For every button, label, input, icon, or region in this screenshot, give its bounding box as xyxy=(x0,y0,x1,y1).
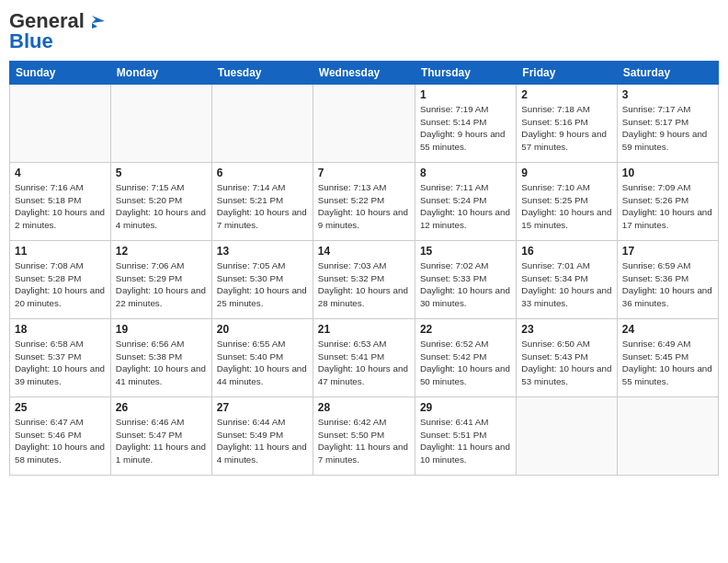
day-cell: 19Sunrise: 6:56 AMSunset: 5:38 PMDayligh… xyxy=(110,319,211,397)
calendar-table: SundayMondayTuesdayWednesdayThursdayFrid… xyxy=(9,61,719,476)
day-cell: 8Sunrise: 7:11 AMSunset: 5:24 PMDaylight… xyxy=(415,163,516,241)
day-info: Sunrise: 7:01 AMSunset: 5:34 PMDaylight:… xyxy=(521,259,611,310)
column-header-monday: Monday xyxy=(110,62,211,85)
day-info: Sunrise: 7:03 AMSunset: 5:32 PMDaylight:… xyxy=(318,259,410,310)
day-number: 1 xyxy=(420,88,511,101)
logo: General Blue xyxy=(9,9,105,53)
day-info: Sunrise: 7:13 AMSunset: 5:22 PMDaylight:… xyxy=(318,181,410,232)
day-number: 4 xyxy=(15,167,106,179)
day-cell xyxy=(313,85,415,163)
day-number: 3 xyxy=(622,88,713,101)
logo-bird-icon xyxy=(85,14,105,30)
day-info: Sunrise: 7:05 AMSunset: 5:30 PMDaylight:… xyxy=(217,259,308,310)
day-cell xyxy=(617,397,718,476)
day-number: 16 xyxy=(521,245,611,258)
day-cell: 11Sunrise: 7:08 AMSunset: 5:28 PMDayligh… xyxy=(10,241,111,319)
day-number: 26 xyxy=(116,401,207,414)
day-number: 22 xyxy=(420,323,511,336)
day-cell: 25Sunrise: 6:47 AMSunset: 5:46 PMDayligh… xyxy=(10,397,111,476)
day-info: Sunrise: 6:53 AMSunset: 5:41 PMDaylight:… xyxy=(318,338,410,388)
day-cell: 1Sunrise: 7:19 AMSunset: 5:14 PMDaylight… xyxy=(415,85,516,163)
day-info: Sunrise: 7:19 AMSunset: 5:14 PMDaylight:… xyxy=(420,103,511,154)
day-info: Sunrise: 7:10 AMSunset: 5:25 PMDaylight:… xyxy=(521,181,611,232)
day-info: Sunrise: 6:50 AMSunset: 5:43 PMDaylight:… xyxy=(521,338,611,388)
page-header: General Blue xyxy=(9,9,719,53)
svg-marker-0 xyxy=(92,16,105,23)
day-number: 2 xyxy=(521,88,611,101)
day-info: Sunrise: 7:02 AMSunset: 5:33 PMDaylight:… xyxy=(420,259,511,310)
day-number: 17 xyxy=(622,245,713,258)
day-cell: 14Sunrise: 7:03 AMSunset: 5:32 PMDayligh… xyxy=(313,241,415,319)
day-cell: 28Sunrise: 6:42 AMSunset: 5:50 PMDayligh… xyxy=(313,397,415,476)
day-cell: 10Sunrise: 7:09 AMSunset: 5:26 PMDayligh… xyxy=(617,163,718,241)
day-info: Sunrise: 6:46 AMSunset: 5:47 PMDaylight:… xyxy=(116,416,207,466)
day-cell: 24Sunrise: 6:49 AMSunset: 5:45 PMDayligh… xyxy=(617,319,718,397)
column-header-saturday: Saturday xyxy=(617,62,718,85)
day-cell: 2Sunrise: 7:18 AMSunset: 5:16 PMDaylight… xyxy=(517,85,617,163)
day-number: 24 xyxy=(622,323,713,336)
day-cell: 18Sunrise: 6:58 AMSunset: 5:37 PMDayligh… xyxy=(10,319,111,397)
day-number: 20 xyxy=(217,323,308,336)
day-cell: 4Sunrise: 7:16 AMSunset: 5:18 PMDaylight… xyxy=(10,163,111,241)
week-row-5: 25Sunrise: 6:47 AMSunset: 5:46 PMDayligh… xyxy=(10,397,719,476)
day-info: Sunrise: 6:52 AMSunset: 5:42 PMDaylight:… xyxy=(420,338,511,388)
day-number: 25 xyxy=(15,401,106,414)
column-header-tuesday: Tuesday xyxy=(211,62,313,85)
day-cell: 6Sunrise: 7:14 AMSunset: 5:21 PMDaylight… xyxy=(211,163,313,241)
day-cell: 21Sunrise: 6:53 AMSunset: 5:41 PMDayligh… xyxy=(313,319,415,397)
week-row-2: 4Sunrise: 7:16 AMSunset: 5:18 PMDaylight… xyxy=(10,163,719,241)
day-number: 19 xyxy=(116,323,207,336)
day-cell: 12Sunrise: 7:06 AMSunset: 5:29 PMDayligh… xyxy=(110,241,211,319)
day-info: Sunrise: 7:14 AMSunset: 5:21 PMDaylight:… xyxy=(217,181,308,232)
day-info: Sunrise: 6:49 AMSunset: 5:45 PMDaylight:… xyxy=(622,338,713,388)
day-cell: 29Sunrise: 6:41 AMSunset: 5:51 PMDayligh… xyxy=(415,397,516,476)
week-row-4: 18Sunrise: 6:58 AMSunset: 5:37 PMDayligh… xyxy=(10,319,719,397)
day-cell xyxy=(10,85,111,163)
day-info: Sunrise: 7:09 AMSunset: 5:26 PMDaylight:… xyxy=(622,181,713,232)
svg-marker-1 xyxy=(92,23,97,29)
day-info: Sunrise: 7:18 AMSunset: 5:16 PMDaylight:… xyxy=(521,103,611,154)
day-cell xyxy=(517,397,617,476)
day-cell: 13Sunrise: 7:05 AMSunset: 5:30 PMDayligh… xyxy=(211,241,313,319)
day-number: 23 xyxy=(521,323,611,336)
day-number: 5 xyxy=(116,167,207,179)
day-number: 11 xyxy=(15,245,106,258)
day-cell: 27Sunrise: 6:44 AMSunset: 5:49 PMDayligh… xyxy=(211,397,313,476)
day-number: 14 xyxy=(318,245,410,258)
day-cell: 15Sunrise: 7:02 AMSunset: 5:33 PMDayligh… xyxy=(415,241,516,319)
day-number: 28 xyxy=(318,401,410,414)
day-cell: 3Sunrise: 7:17 AMSunset: 5:17 PMDaylight… xyxy=(617,85,718,163)
day-cell: 9Sunrise: 7:10 AMSunset: 5:25 PMDaylight… xyxy=(517,163,617,241)
day-number: 13 xyxy=(217,245,308,258)
day-info: Sunrise: 7:17 AMSunset: 5:17 PMDaylight:… xyxy=(622,103,713,154)
day-info: Sunrise: 7:15 AMSunset: 5:20 PMDaylight:… xyxy=(116,181,207,232)
day-cell: 17Sunrise: 6:59 AMSunset: 5:36 PMDayligh… xyxy=(617,241,718,319)
day-info: Sunrise: 6:44 AMSunset: 5:49 PMDaylight:… xyxy=(217,416,308,466)
header-row: SundayMondayTuesdayWednesdayThursdayFrid… xyxy=(10,62,719,85)
day-number: 6 xyxy=(217,167,308,179)
day-info: Sunrise: 6:56 AMSunset: 5:38 PMDaylight:… xyxy=(116,338,207,388)
column-header-thursday: Thursday xyxy=(415,62,516,85)
week-row-3: 11Sunrise: 7:08 AMSunset: 5:28 PMDayligh… xyxy=(10,241,719,319)
day-number: 12 xyxy=(116,245,207,258)
day-cell: 26Sunrise: 6:46 AMSunset: 5:47 PMDayligh… xyxy=(110,397,211,476)
column-header-wednesday: Wednesday xyxy=(313,62,415,85)
column-header-friday: Friday xyxy=(517,62,617,85)
day-number: 27 xyxy=(217,401,308,414)
day-info: Sunrise: 7:06 AMSunset: 5:29 PMDaylight:… xyxy=(116,259,207,310)
day-cell: 23Sunrise: 6:50 AMSunset: 5:43 PMDayligh… xyxy=(517,319,617,397)
day-number: 10 xyxy=(622,167,713,179)
day-cell: 7Sunrise: 7:13 AMSunset: 5:22 PMDaylight… xyxy=(313,163,415,241)
day-cell: 16Sunrise: 7:01 AMSunset: 5:34 PMDayligh… xyxy=(517,241,617,319)
day-cell: 20Sunrise: 6:55 AMSunset: 5:40 PMDayligh… xyxy=(211,319,313,397)
day-info: Sunrise: 6:47 AMSunset: 5:46 PMDaylight:… xyxy=(15,416,106,466)
day-info: Sunrise: 7:08 AMSunset: 5:28 PMDaylight:… xyxy=(15,259,106,310)
day-number: 29 xyxy=(420,401,511,414)
day-info: Sunrise: 6:59 AMSunset: 5:36 PMDaylight:… xyxy=(622,259,713,310)
day-info: Sunrise: 6:55 AMSunset: 5:40 PMDaylight:… xyxy=(217,338,308,388)
day-info: Sunrise: 7:16 AMSunset: 5:18 PMDaylight:… xyxy=(15,181,106,232)
column-header-sunday: Sunday xyxy=(10,62,111,85)
day-cell: 5Sunrise: 7:15 AMSunset: 5:20 PMDaylight… xyxy=(110,163,211,241)
week-row-1: 1Sunrise: 7:19 AMSunset: 5:14 PMDaylight… xyxy=(10,85,719,163)
day-cell xyxy=(110,85,211,163)
